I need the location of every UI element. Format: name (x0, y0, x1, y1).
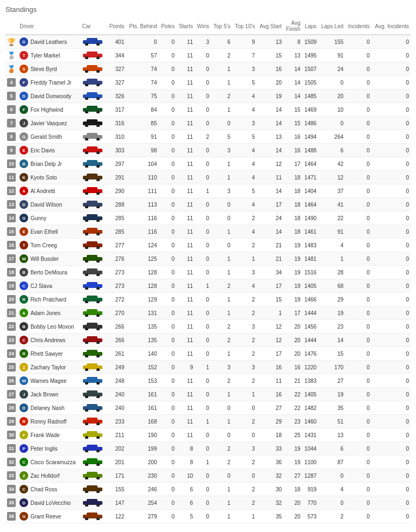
poles-cell: 0 (159, 184, 177, 198)
pts_behind-cell: 98 (126, 144, 159, 157)
poles-cell: 0 (159, 144, 177, 157)
driver-name: Gunny (30, 215, 46, 221)
svg-rect-137 (87, 499, 98, 503)
laps_led-cell: 28 (318, 266, 345, 279)
avg_incidents-cell: 0 (372, 62, 411, 76)
svg-rect-129 (87, 472, 98, 476)
trophy-bronze-icon: 🥉 (7, 65, 16, 73)
rank-cell: 28 (5, 401, 18, 415)
svg-rect-25 (87, 119, 98, 123)
laps-cell: 1482 (302, 401, 318, 415)
avg_incidents-cell: 0 (372, 401, 411, 415)
incidents-cell: 0 (345, 469, 372, 483)
starts-cell: 11 (176, 388, 194, 401)
laps_led-cell: 42 (318, 157, 345, 171)
points-cell: 270 (107, 306, 126, 320)
avatar: E (20, 227, 28, 236)
incidents-cell: 0 (345, 35, 372, 49)
points-cell: 291 (107, 171, 126, 184)
car-icon (82, 498, 103, 507)
top5-cell: 2 (211, 49, 232, 62)
car-icon (82, 172, 103, 181)
svg-rect-61 (87, 241, 98, 245)
driver-name: CJ Slava (30, 283, 52, 289)
wins-cell: 0 (194, 401, 211, 415)
driver-name: Adam Jones (30, 310, 61, 316)
poles-cell: 0 (159, 469, 177, 483)
table-row: 13DDavid Wilson288113011004171814644100 (5, 198, 411, 211)
driver-name: Rich Pratchard (30, 297, 66, 303)
top5-cell: 1 (211, 496, 232, 510)
table-row: 7JJavier Vasquez3168501100314151486000 (5, 117, 411, 130)
rank-cell: 10 (5, 157, 18, 171)
incidents-cell: 0 (345, 89, 372, 103)
top5-cell: 2 (211, 334, 232, 347)
wins-cell: 0 (194, 347, 211, 361)
pts_behind-cell: 190 (126, 428, 159, 442)
incidents-cell: 0 (345, 320, 372, 334)
col-header-rank (5, 18, 18, 35)
car-cell (80, 144, 106, 157)
car-icon (82, 349, 103, 357)
driver-name: David Dunwoody (30, 93, 72, 99)
avg_incidents-cell: 0 (372, 334, 411, 347)
top5-cell: 1 (211, 510, 232, 523)
starts-cell: 10 (176, 469, 194, 483)
wins-cell: 0 (194, 144, 211, 157)
car-cell (80, 388, 106, 401)
rank-cell: 24 (5, 347, 18, 361)
rank-cell: 18 (5, 266, 18, 279)
wins-cell: 0 (194, 252, 211, 266)
points-cell: 327 (107, 62, 126, 76)
pts_behind-cell: 135 (126, 334, 159, 347)
top5-cell: 2 (211, 442, 232, 456)
incidents-cell: 0 (345, 334, 372, 347)
page-title: Standings (5, 5, 411, 14)
top5-cell: 1 (211, 415, 232, 428)
points-cell: 240 (107, 388, 126, 401)
rank-cell: 🥈 (5, 49, 18, 62)
points-cell: 248 (107, 374, 126, 388)
rank-badge: 33 (7, 471, 16, 480)
driver-name: Rhett Sawyer (30, 351, 63, 357)
avg_start-cell: 16 (257, 388, 283, 401)
avg_start-cell: 33 (257, 442, 283, 456)
starts-cell: 8 (176, 442, 194, 456)
wins-cell: 0 (194, 334, 211, 347)
starts-cell: 11 (176, 347, 194, 361)
svg-rect-113 (87, 418, 98, 421)
driver-name: Tyler Markel (30, 53, 60, 59)
laps-cell: 1383 (302, 374, 318, 388)
rank-cell: 23 (5, 334, 18, 347)
pts_behind-cell: 75 (126, 89, 159, 103)
top10-cell: 1 (232, 510, 256, 523)
top5-cell: 2 (211, 279, 232, 293)
car-icon (82, 376, 103, 384)
laps-cell: 1464 (302, 157, 318, 171)
top10-cell: 9 (232, 35, 256, 49)
laps-cell: 573 (302, 510, 318, 523)
svg-rect-49 (87, 201, 98, 204)
starts-cell: 11 (176, 35, 194, 49)
laps_led-cell: 155 (318, 35, 345, 49)
poles-cell: 0 (159, 428, 177, 442)
pts_behind-cell: 168 (126, 415, 159, 428)
avatar: C (20, 336, 28, 344)
avatar: J (20, 390, 28, 399)
top10-cell: 4 (232, 279, 256, 293)
table-row: 15EEvan Ethell285116011014141814619100 (5, 225, 411, 239)
avg_incidents-cell: 0 (372, 306, 411, 320)
incidents-cell: 0 (345, 49, 372, 62)
table-row: 19CCJ Slava273128011124171914056800 (5, 279, 411, 293)
incidents-cell: 0 (345, 62, 372, 76)
starts-cell: 11 (176, 401, 194, 415)
top10-cell: 2 (232, 456, 256, 469)
starts-cell: 11 (176, 374, 194, 388)
avg_incidents-cell: 0 (372, 239, 411, 252)
wins-cell: 1 (194, 184, 211, 198)
avg_finish-cell: 18 (283, 198, 302, 211)
rank-cell: 🏆 (5, 35, 18, 49)
incidents-cell: 0 (345, 171, 372, 184)
rank-badge: 17 (7, 254, 16, 263)
laps_led-cell: 264 (318, 130, 345, 144)
